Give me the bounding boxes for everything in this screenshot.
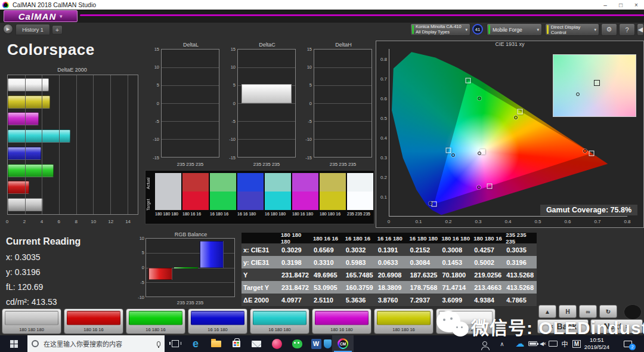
current-reading-panel: Current Reading x: 0.3035 y: 0.3196 fL: … [6,236,80,307]
nav-tool-button-3[interactable]: ↻ [599,305,617,318]
patch-target [182,192,209,210]
table-cell: 413.5268 [504,268,537,281]
taskbar-wechat[interactable] [287,335,306,352]
settings-button[interactable]: ⚙ [601,23,617,36]
table-cell: 0.0633 [376,256,408,268]
deltae2000-chart-title: DeltaE 2000 [5,67,140,73]
taskbar-store[interactable] [227,335,246,352]
y-tick-label: -5 [227,119,236,124]
add-tab-button[interactable]: + [52,25,63,35]
deltae2000-x-axis: 02468101214 [7,217,138,224]
tray-clock[interactable]: 10:51 2019/5/24 [581,336,612,350]
taskbar-photos[interactable] [267,335,286,352]
table-cell: 5.3636 [344,294,376,306]
read-continuous-button[interactable]: ▶ [3,24,13,34]
next-button[interactable]: Next » [590,319,643,334]
y-tick-label: -5 [150,119,159,124]
level-button-16-180-180[interactable]: 16 180 180 [250,308,309,334]
deltah-chart: DeltaH151050-5-10-15235 235 235 [303,42,376,169]
table-header-cell: 180 180 16 [472,233,504,243]
page-title: Colorspace [7,41,95,59]
back-button[interactable]: « Back [537,319,589,334]
white-target-marker [594,80,600,86]
patch-label: 16 180 16 [210,212,236,217]
nav-extra-button[interactable] [624,304,642,320]
blue-measured-marker [429,202,432,205]
white-point-inset [553,54,636,117]
y-tick-label: 0.7 [377,76,387,82]
nav-tool-button-0[interactable]: ▲ [538,305,556,318]
tray-people[interactable] [477,335,493,352]
maximize-button[interactable]: □ [613,1,628,10]
meter-dropdown[interactable]: Konica Minolta CA-410 All Display Types … [410,23,470,36]
table-cell: 231.8472 [280,268,312,281]
x-tick-label: 0.6 [564,219,571,224]
deltae-bar [8,181,29,194]
dl-chart-plot-area [161,49,219,158]
reading-y: y: 0.3196 [6,267,80,277]
y-tick-label: 10 [303,64,312,70]
rgb-bar-blue [200,241,224,268]
gridline [93,75,94,214]
taskbar-search-box[interactable]: 在这里输入你要搜索的内容 [27,335,165,352]
display-control-dropdown[interactable]: Direct Display Control ▾ [545,23,599,36]
patch-target [347,192,373,210]
store-icon [233,341,240,347]
help-button[interactable]: ? [619,23,635,36]
cortana-icon [32,340,39,347]
level-button-swatch [67,311,120,325]
tab-history-1[interactable]: History 1 [16,24,50,35]
chevron-double-left-icon: « [549,322,553,331]
taskbar-edge[interactable]: e [186,335,205,352]
x-tick-label: 0.8 [624,219,630,224]
table-cell: 0.6569 [312,243,344,256]
chevron-down-icon: ▾ [465,27,467,32]
calman-app-icon [2,2,9,8]
table-cell: 71.4714 [440,281,472,294]
green-target-marker [466,78,471,83]
source-dropdown[interactable]: Mobile Forge ▾ [487,23,542,36]
task-view-button[interactable] [166,335,185,352]
patch-label: 16 180 180 [265,212,291,217]
taskbar-file-explorer[interactable] [206,335,225,352]
level-button-16-16-180[interactable]: 16 16 180 [188,308,247,334]
level-button-16-180-16[interactable]: 16 180 16 [126,308,185,334]
level-button-180-16-180[interactable]: 180 16 180 [312,308,371,334]
microphone-icon[interactable] [157,341,160,347]
meter-count-badge[interactable]: 41 [472,24,483,35]
back-button-label: Back [557,322,577,331]
x-tick-label: 0.7 [594,219,600,224]
calman-taskbar-icon: CM [338,338,348,349]
minimize-button[interactable]: – [597,1,613,10]
y-tick-label: 10 [150,64,159,70]
x-tick-label: 10 [91,219,96,224]
gridline [238,103,295,104]
deltae-bar-row [8,181,138,194]
y-tick-label: 5 [303,82,312,88]
level-button-180-16-16[interactable]: 180 16 16 [64,308,123,334]
taskbar-mail[interactable] [247,335,266,352]
x-tick-label: 0.1 [415,219,422,224]
table-header-cell: 16 180 16 [344,233,376,243]
y-tick-label: 0.2 [377,175,387,180]
collapse-panel-button[interactable]: ◀ [637,23,644,36]
close-button[interactable]: × [628,1,644,10]
gridline [128,75,128,214]
y-tick-label: -15 [303,155,312,160]
start-button[interactable] [0,335,27,352]
keyboard-icon [549,341,558,347]
table-cell: 0.4257 [472,243,504,256]
calman-logo-menu[interactable]: CalMAN ▾ [4,10,78,22]
level-button-235-235-235[interactable]: 235 235 235 [436,308,496,334]
deltae-bar-row [8,95,138,109]
nav-tool-button-1[interactable]: H [559,305,577,318]
rgb-bar-red [148,268,172,280]
tray-show-hidden[interactable]: ∧ [495,335,509,352]
cie1931-chart-title: CIE 1931 xy [376,41,643,47]
action-center-button[interactable]: 2 [618,335,638,352]
green-measured-marker [478,97,481,100]
taskbar-calman-active[interactable]: CM [332,335,354,352]
level-button-180-180-16[interactable]: 180 180 16 [374,308,434,334]
level-button-180-180-180[interactable]: 180 180 180 [2,308,61,334]
nav-tool-button-2[interactable]: ∞ [579,305,597,318]
